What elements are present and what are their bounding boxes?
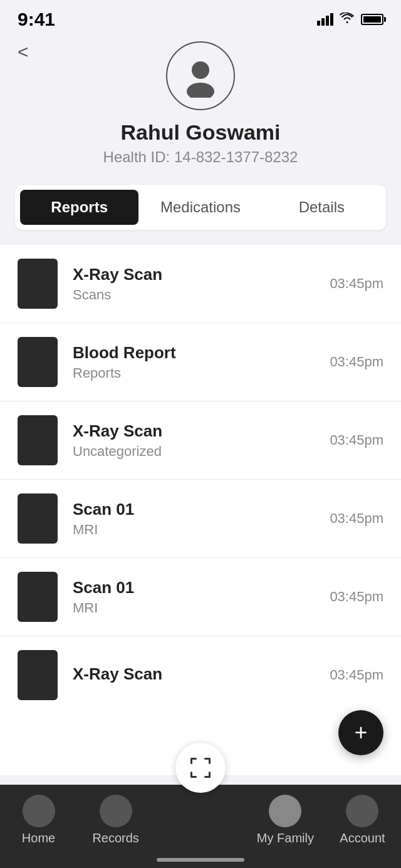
user-name: Rahul Goswami bbox=[120, 120, 280, 145]
record-item[interactable]: Scan 01 MRI 03:45pm bbox=[0, 558, 401, 636]
record-time: 03:45pm bbox=[330, 589, 383, 605]
home-icon bbox=[23, 795, 55, 827]
account-icon bbox=[346, 795, 378, 827]
record-title: X-Ray Scan bbox=[73, 421, 330, 441]
nav-label-account: Account bbox=[340, 831, 385, 845]
svg-point-0 bbox=[192, 61, 209, 79]
svg-rect-9 bbox=[209, 772, 211, 778]
back-button[interactable]: < bbox=[18, 41, 29, 63]
record-item[interactable]: Blood Report Reports 03:45pm bbox=[0, 323, 401, 401]
record-info: X-Ray Scan bbox=[73, 664, 330, 686]
record-time: 03:45pm bbox=[330, 510, 383, 527]
record-title: X-Ray Scan bbox=[73, 664, 330, 684]
nav-item-scanner[interactable] bbox=[154, 802, 247, 839]
record-thumbnail bbox=[18, 415, 58, 465]
tab-bar: Reports Medications Details bbox=[15, 185, 386, 230]
home-indicator bbox=[157, 858, 244, 862]
record-item[interactable]: Scan 01 MRI 03:45pm bbox=[0, 480, 401, 558]
header: < Rahul Goswami Health ID: 14-832-1377-8… bbox=[0, 35, 401, 178]
nav-label-records: Records bbox=[92, 831, 138, 845]
add-record-button[interactable]: + bbox=[338, 710, 383, 755]
records-list: X-Ray Scan Scans 03:45pm Blood Report Re… bbox=[0, 245, 401, 775]
record-subtitle: MRI bbox=[73, 522, 330, 538]
record-info: X-Ray Scan Scans bbox=[73, 265, 330, 303]
record-subtitle: Uncategorized bbox=[73, 443, 330, 460]
tab-details[interactable]: Details bbox=[263, 190, 381, 225]
record-title: X-Ray Scan bbox=[73, 265, 330, 284]
record-info: Blood Report Reports bbox=[73, 343, 330, 381]
scanner-button[interactable] bbox=[175, 743, 226, 793]
health-id: Health ID: 14-832-1377-8232 bbox=[103, 148, 298, 166]
wifi-icon bbox=[340, 11, 355, 28]
nav-item-my-family[interactable]: My Family bbox=[247, 795, 324, 845]
battery-icon bbox=[361, 14, 383, 25]
svg-point-1 bbox=[187, 83, 214, 98]
record-title: Scan 01 bbox=[73, 500, 330, 519]
record-thumbnail bbox=[18, 493, 58, 544]
nav-item-account[interactable]: Account bbox=[324, 795, 401, 845]
svg-rect-3 bbox=[190, 758, 192, 764]
nav-item-records[interactable]: Records bbox=[77, 795, 154, 845]
tab-reports[interactable]: Reports bbox=[20, 190, 138, 225]
record-thumbnail bbox=[18, 259, 58, 309]
record-time: 03:45pm bbox=[330, 276, 383, 292]
record-title: Blood Report bbox=[73, 343, 330, 363]
avatar bbox=[166, 41, 235, 110]
record-thumbnail bbox=[18, 337, 58, 387]
plus-icon: + bbox=[354, 721, 367, 744]
record-thumbnail bbox=[18, 650, 58, 700]
record-info: X-Ray Scan Uncategorized bbox=[73, 421, 330, 460]
record-title: Scan 01 bbox=[73, 578, 330, 597]
records-icon bbox=[100, 795, 132, 827]
nav-item-home[interactable]: Home bbox=[0, 795, 77, 845]
record-subtitle: Reports bbox=[73, 365, 330, 381]
record-thumbnail bbox=[18, 572, 58, 622]
nav-label-home: Home bbox=[22, 831, 55, 845]
record-subtitle: Scans bbox=[73, 287, 330, 303]
record-info: Scan 01 MRI bbox=[73, 500, 330, 538]
record-item[interactable]: X-Ray Scan Uncategorized 03:45pm bbox=[0, 401, 401, 480]
avatar-icon bbox=[179, 54, 222, 98]
svg-rect-5 bbox=[209, 758, 211, 764]
signal-icon bbox=[317, 13, 333, 26]
nav-label-my-family: My Family bbox=[257, 831, 314, 845]
tab-medications[interactable]: Medications bbox=[141, 190, 259, 225]
record-info: Scan 01 MRI bbox=[73, 578, 330, 616]
record-subtitle: MRI bbox=[73, 600, 330, 616]
status-icons bbox=[317, 11, 383, 28]
record-time: 03:45pm bbox=[330, 667, 383, 683]
record-item[interactable]: X-Ray Scan Scans 03:45pm bbox=[0, 245, 401, 323]
svg-rect-7 bbox=[190, 772, 192, 778]
scanner-icon bbox=[188, 755, 213, 780]
record-time: 03:45pm bbox=[330, 354, 383, 370]
status-bar: 9:41 bbox=[0, 0, 401, 35]
status-time: 9:41 bbox=[18, 9, 55, 30]
my-family-icon bbox=[269, 795, 301, 827]
bottom-nav: Home Records My Family Account bbox=[0, 785, 401, 868]
record-time: 03:45pm bbox=[330, 432, 383, 448]
